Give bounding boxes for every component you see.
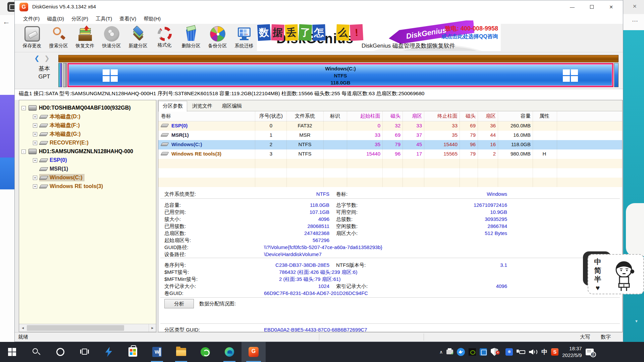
maximize-button[interactable]: [582, 0, 601, 14]
menu-file[interactable]: 文件(F): [19, 14, 43, 23]
tree-horizontal-scrollbar[interactable]: ◂ ▸: [19, 324, 156, 332]
taskbar-app-word[interactable]: W: [145, 342, 169, 362]
tree-item-msr[interactable]: MSR(1): [19, 165, 70, 173]
menu-help[interactable]: 帮助(H): [140, 14, 164, 23]
partition-esp-sliver[interactable]: [58, 63, 62, 87]
tree-item-windows-c[interactable]: + Windows(C:): [19, 174, 85, 182]
tab-sector-edit[interactable]: 扇区编辑: [217, 101, 246, 111]
col-start-cylinder[interactable]: 起始柱面: [347, 113, 380, 119]
menu-tools[interactable]: 工具(T): [92, 14, 116, 23]
ime-lang-indicator[interactable]: 中: [594, 257, 602, 266]
snowflake-icon[interactable]: ❄: [505, 348, 513, 356]
tree-item-local-f[interactable]: + 本地磁盘(F:): [19, 121, 82, 129]
sogou-icon[interactable]: S: [551, 348, 558, 356]
analyze-button[interactable]: 分析: [164, 299, 194, 308]
col-seq-status[interactable]: 序号(状态): [256, 113, 286, 119]
taskbar-app-explorer[interactable]: [169, 342, 193, 362]
taskbar-app-edge[interactable]: [217, 342, 241, 362]
tab-browse-files[interactable]: 浏览文件: [188, 101, 217, 111]
taskbar-search[interactable]: [24, 342, 48, 362]
toolbar-quick-partition[interactable]: 快速分区: [98, 25, 125, 49]
table-row-windows-c[interactable]: Windows(C:) 2 NTFS 35 79 45 15440 96 16 …: [158, 140, 622, 149]
action-center-icon[interactable]: 2: [586, 349, 594, 355]
toolbar-search-partition[interactable]: 搜索分区: [45, 25, 72, 49]
ad-banner[interactable]: DiskGenius 数 据 丢 了 怎 么 ! DiskGenius 致电: …: [257, 20, 501, 51]
col-attributes[interactable]: 属性: [533, 113, 556, 119]
more-menu-icon[interactable]: ⋯: [632, 17, 638, 25]
expander-icon[interactable]: -: [21, 149, 26, 154]
power-plug-icon[interactable]: [517, 350, 525, 354]
start-button[interactable]: [0, 342, 24, 362]
col-end-cylinder[interactable]: 终止柱面: [424, 113, 458, 119]
ime-status-widget[interactable]: 中 简 半 ♥: [588, 254, 644, 294]
table-row-windows-re[interactable]: Windows RE tools(3) 3 NTFS 15440 96 17 1…: [158, 149, 622, 159]
nvidia-icon[interactable]: [469, 348, 476, 356]
partition-windows-c[interactable]: Windows(C:) NTFS 118.0GB: [67, 63, 613, 87]
tree-item-windows-re[interactable]: + Windows RE tools(3): [19, 182, 105, 190]
table-row-esp[interactable]: ESP(0) 0 FAT32 0 32 33 33 69 36 260.0MB: [158, 121, 622, 131]
menu-partition[interactable]: 分区(P): [68, 14, 92, 23]
toolbar-recover-files[interactable]: 恢复文件: [72, 25, 98, 49]
col-filesystem[interactable]: 文件系统: [286, 113, 323, 119]
expander-icon[interactable]: +: [33, 141, 37, 145]
tray-expand-icon[interactable]: ∧: [439, 349, 443, 355]
scrollbar-thumb[interactable]: [27, 325, 124, 331]
tab-partition-params[interactable]: 分区参数: [158, 101, 187, 112]
table-row-msr[interactable]: MSR(1) 1 MSR 33 69 37 35 79 44 16.0MB: [158, 131, 622, 140]
menu-disk[interactable]: 磁盘(D): [43, 14, 68, 23]
col-end-sector[interactable]: 扇区: [478, 113, 496, 119]
toolbar-format[interactable]: 格式化: [151, 25, 178, 49]
scroll-down-icon[interactable]: ▼: [635, 319, 638, 323]
toolbar-delete-partition[interactable]: 删除分区: [178, 25, 204, 49]
ime-simplified-indicator[interactable]: 简: [594, 266, 602, 275]
col-capacity[interactable]: 容量: [498, 113, 531, 119]
toolbar-save-changes[interactable]: 保存更改: [19, 25, 45, 49]
task-view-button[interactable]: [72, 342, 97, 362]
prev-disk-icon[interactable]: ❮: [34, 55, 44, 62]
partition-msr-sliver[interactable]: [63, 63, 67, 87]
taskbar-app-store[interactable]: [121, 342, 145, 362]
toolbar-new-partition[interactable]: 新建分区: [125, 25, 151, 49]
expander-icon[interactable]: +: [33, 184, 37, 189]
taskbar-app-360browser[interactable]: [193, 342, 217, 362]
expander-icon[interactable]: +: [33, 115, 37, 119]
col-start-head[interactable]: 磁头: [382, 113, 400, 119]
col-end-head[interactable]: 磁头: [460, 113, 476, 119]
col-identifier[interactable]: 标识: [323, 113, 347, 119]
ime-halfwidth-indicator[interactable]: 半: [594, 275, 602, 284]
scroll-right-icon[interactable]: ▸: [149, 324, 156, 332]
expander-icon[interactable]: +: [33, 158, 37, 163]
taskbar-app-flash[interactable]: [97, 342, 121, 362]
taskbar-cortana[interactable]: [48, 342, 72, 362]
expander-icon[interactable]: +: [33, 176, 37, 180]
tree-item-local-g[interactable]: + 本地磁盘(G:): [19, 130, 83, 138]
minimize-button[interactable]: —: [562, 0, 582, 14]
messenger-icon[interactable]: [457, 348, 465, 356]
titlebar[interactable]: G DiskGenius V5.4.3.1342 x64 — ✕: [15, 0, 623, 14]
toolbar-system-migration[interactable]: → 系统迁移: [231, 25, 257, 49]
disk-band[interactable]: [58, 55, 619, 62]
tree-item-local-d[interactable]: + 本地磁盘(D:): [19, 113, 83, 121]
background-close-icon[interactable]: ✕: [633, 3, 637, 9]
scroll-left-icon[interactable]: ◂: [19, 324, 26, 332]
intel-graphics-icon[interactable]: [480, 348, 487, 356]
tree-item-hd0[interactable]: - HD0:TOSHIBAMQ04ABF100(932GB): [19, 104, 133, 112]
expander-icon[interactable]: +: [33, 132, 37, 136]
tree-item-hd1[interactable]: - HD1:SAMSUNGMZNLN128HAHQ-000: [19, 147, 135, 156]
expander-icon[interactable]: +: [33, 123, 37, 128]
tree-item-esp[interactable]: + ESP(0): [19, 156, 69, 164]
toolbar-backup-partition[interactable]: 备份分区: [204, 25, 231, 49]
close-button[interactable]: ✕: [601, 0, 621, 14]
col-volume-label[interactable]: 卷标: [161, 113, 171, 119]
taskbar-clock[interactable]: 18:37 2022/5/9: [562, 345, 582, 359]
taskbar-app-diskgenius[interactable]: G: [241, 342, 266, 362]
ime-indicator[interactable]: 中: [541, 348, 547, 356]
volume-icon[interactable]: [529, 349, 538, 355]
ad-qq-link[interactable]: 或点击此处选择QQ咨询: [441, 33, 498, 40]
back-arrow-icon[interactable]: ←: [3, 17, 10, 26]
expander-icon[interactable]: -: [21, 106, 26, 110]
printer-icon[interactable]: ✓: [446, 350, 453, 354]
menu-view[interactable]: 查看(V): [116, 14, 140, 23]
tree-item-recovery-e[interactable]: + RECOVERY(E:): [19, 139, 91, 147]
partition-re-tools-sliver[interactable]: [614, 63, 619, 87]
